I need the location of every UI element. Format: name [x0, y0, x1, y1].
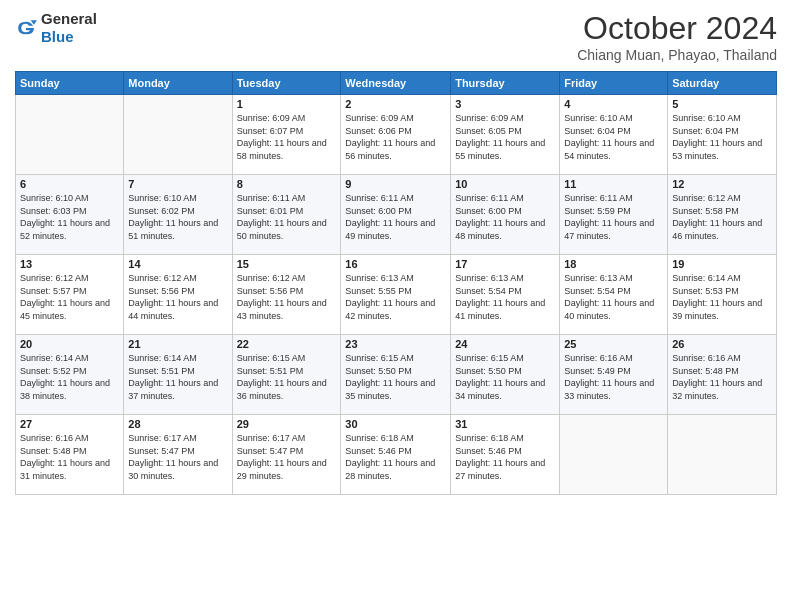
logo: General Blue — [15, 10, 97, 46]
weekday-header-sunday: Sunday — [16, 72, 124, 95]
day-info: Sunrise: 6:10 AM Sunset: 6:02 PM Dayligh… — [128, 192, 227, 242]
calendar-header: SundayMondayTuesdayWednesdayThursdayFrid… — [16, 72, 777, 95]
day-number: 10 — [455, 178, 555, 190]
calendar-cell: 25Sunrise: 6:16 AM Sunset: 5:49 PM Dayli… — [560, 335, 668, 415]
calendar-cell: 29Sunrise: 6:17 AM Sunset: 5:47 PM Dayli… — [232, 415, 341, 495]
calendar-cell: 28Sunrise: 6:17 AM Sunset: 5:47 PM Dayli… — [124, 415, 232, 495]
calendar-cell — [560, 415, 668, 495]
calendar-cell: 16Sunrise: 6:13 AM Sunset: 5:55 PM Dayli… — [341, 255, 451, 335]
logo-blue: Blue — [41, 28, 74, 45]
day-info: Sunrise: 6:16 AM Sunset: 5:49 PM Dayligh… — [564, 352, 663, 402]
day-number: 14 — [128, 258, 227, 270]
day-info: Sunrise: 6:09 AM Sunset: 6:06 PM Dayligh… — [345, 112, 446, 162]
day-number: 8 — [237, 178, 337, 190]
week-row-5: 27Sunrise: 6:16 AM Sunset: 5:48 PM Dayli… — [16, 415, 777, 495]
day-number: 2 — [345, 98, 446, 110]
day-number: 29 — [237, 418, 337, 430]
calendar-cell: 17Sunrise: 6:13 AM Sunset: 5:54 PM Dayli… — [451, 255, 560, 335]
calendar-cell: 6Sunrise: 6:10 AM Sunset: 6:03 PM Daylig… — [16, 175, 124, 255]
day-info: Sunrise: 6:17 AM Sunset: 5:47 PM Dayligh… — [237, 432, 337, 482]
day-number: 19 — [672, 258, 772, 270]
day-info: Sunrise: 6:11 AM Sunset: 6:01 PM Dayligh… — [237, 192, 337, 242]
day-info: Sunrise: 6:12 AM Sunset: 5:56 PM Dayligh… — [237, 272, 337, 322]
day-info: Sunrise: 6:14 AM Sunset: 5:52 PM Dayligh… — [20, 352, 119, 402]
day-info: Sunrise: 6:16 AM Sunset: 5:48 PM Dayligh… — [20, 432, 119, 482]
week-row-2: 6Sunrise: 6:10 AM Sunset: 6:03 PM Daylig… — [16, 175, 777, 255]
header: General Blue October 2024 Chiang Muan, P… — [15, 10, 777, 63]
day-info: Sunrise: 6:18 AM Sunset: 5:46 PM Dayligh… — [455, 432, 555, 482]
day-info: Sunrise: 6:18 AM Sunset: 5:46 PM Dayligh… — [345, 432, 446, 482]
day-number: 3 — [455, 98, 555, 110]
day-number: 22 — [237, 338, 337, 350]
calendar-cell: 8Sunrise: 6:11 AM Sunset: 6:01 PM Daylig… — [232, 175, 341, 255]
calendar-cell: 30Sunrise: 6:18 AM Sunset: 5:46 PM Dayli… — [341, 415, 451, 495]
calendar-cell: 13Sunrise: 6:12 AM Sunset: 5:57 PM Dayli… — [16, 255, 124, 335]
day-number: 17 — [455, 258, 555, 270]
day-number: 26 — [672, 338, 772, 350]
day-info: Sunrise: 6:09 AM Sunset: 6:05 PM Dayligh… — [455, 112, 555, 162]
calendar-cell — [668, 415, 777, 495]
calendar-cell: 27Sunrise: 6:16 AM Sunset: 5:48 PM Dayli… — [16, 415, 124, 495]
calendar-cell: 3Sunrise: 6:09 AM Sunset: 6:05 PM Daylig… — [451, 95, 560, 175]
day-number: 31 — [455, 418, 555, 430]
calendar-cell: 15Sunrise: 6:12 AM Sunset: 5:56 PM Dayli… — [232, 255, 341, 335]
day-info: Sunrise: 6:12 AM Sunset: 5:56 PM Dayligh… — [128, 272, 227, 322]
day-number: 4 — [564, 98, 663, 110]
day-number: 28 — [128, 418, 227, 430]
day-number: 5 — [672, 98, 772, 110]
day-info: Sunrise: 6:10 AM Sunset: 6:04 PM Dayligh… — [564, 112, 663, 162]
calendar-cell: 5Sunrise: 6:10 AM Sunset: 6:04 PM Daylig… — [668, 95, 777, 175]
calendar-table: SundayMondayTuesdayWednesdayThursdayFrid… — [15, 71, 777, 495]
weekday-header-saturday: Saturday — [668, 72, 777, 95]
calendar-cell: 4Sunrise: 6:10 AM Sunset: 6:04 PM Daylig… — [560, 95, 668, 175]
day-info: Sunrise: 6:09 AM Sunset: 6:07 PM Dayligh… — [237, 112, 337, 162]
day-number: 21 — [128, 338, 227, 350]
calendar-cell: 24Sunrise: 6:15 AM Sunset: 5:50 PM Dayli… — [451, 335, 560, 415]
calendar-cell: 21Sunrise: 6:14 AM Sunset: 5:51 PM Dayli… — [124, 335, 232, 415]
week-row-4: 20Sunrise: 6:14 AM Sunset: 5:52 PM Dayli… — [16, 335, 777, 415]
day-info: Sunrise: 6:11 AM Sunset: 6:00 PM Dayligh… — [455, 192, 555, 242]
calendar-cell — [124, 95, 232, 175]
day-info: Sunrise: 6:11 AM Sunset: 6:00 PM Dayligh… — [345, 192, 446, 242]
day-number: 20 — [20, 338, 119, 350]
day-number: 7 — [128, 178, 227, 190]
calendar-cell — [16, 95, 124, 175]
day-number: 25 — [564, 338, 663, 350]
weekday-header-tuesday: Tuesday — [232, 72, 341, 95]
week-row-1: 1Sunrise: 6:09 AM Sunset: 6:07 PM Daylig… — [16, 95, 777, 175]
day-number: 24 — [455, 338, 555, 350]
day-number: 18 — [564, 258, 663, 270]
day-number: 9 — [345, 178, 446, 190]
month-title: October 2024 — [577, 10, 777, 47]
day-number: 6 — [20, 178, 119, 190]
day-info: Sunrise: 6:10 AM Sunset: 6:04 PM Dayligh… — [672, 112, 772, 162]
day-info: Sunrise: 6:10 AM Sunset: 6:03 PM Dayligh… — [20, 192, 119, 242]
calendar-cell: 11Sunrise: 6:11 AM Sunset: 5:59 PM Dayli… — [560, 175, 668, 255]
day-number: 23 — [345, 338, 446, 350]
location-subtitle: Chiang Muan, Phayao, Thailand — [577, 47, 777, 63]
calendar-cell: 19Sunrise: 6:14 AM Sunset: 5:53 PM Dayli… — [668, 255, 777, 335]
calendar-cell: 22Sunrise: 6:15 AM Sunset: 5:51 PM Dayli… — [232, 335, 341, 415]
day-info: Sunrise: 6:12 AM Sunset: 5:57 PM Dayligh… — [20, 272, 119, 322]
weekday-header-row: SundayMondayTuesdayWednesdayThursdayFrid… — [16, 72, 777, 95]
day-info: Sunrise: 6:17 AM Sunset: 5:47 PM Dayligh… — [128, 432, 227, 482]
weekday-header-wednesday: Wednesday — [341, 72, 451, 95]
calendar-cell: 31Sunrise: 6:18 AM Sunset: 5:46 PM Dayli… — [451, 415, 560, 495]
page: General Blue October 2024 Chiang Muan, P… — [0, 0, 792, 612]
day-info: Sunrise: 6:14 AM Sunset: 5:53 PM Dayligh… — [672, 272, 772, 322]
day-info: Sunrise: 6:13 AM Sunset: 5:54 PM Dayligh… — [564, 272, 663, 322]
day-number: 15 — [237, 258, 337, 270]
calendar-cell: 9Sunrise: 6:11 AM Sunset: 6:00 PM Daylig… — [341, 175, 451, 255]
logo-icon — [15, 17, 37, 39]
day-number: 27 — [20, 418, 119, 430]
calendar-body: 1Sunrise: 6:09 AM Sunset: 6:07 PM Daylig… — [16, 95, 777, 495]
week-row-3: 13Sunrise: 6:12 AM Sunset: 5:57 PM Dayli… — [16, 255, 777, 335]
calendar-cell: 26Sunrise: 6:16 AM Sunset: 5:48 PM Dayli… — [668, 335, 777, 415]
calendar-cell: 18Sunrise: 6:13 AM Sunset: 5:54 PM Dayli… — [560, 255, 668, 335]
calendar-cell: 7Sunrise: 6:10 AM Sunset: 6:02 PM Daylig… — [124, 175, 232, 255]
day-number: 11 — [564, 178, 663, 190]
calendar-cell: 12Sunrise: 6:12 AM Sunset: 5:58 PM Dayli… — [668, 175, 777, 255]
day-info: Sunrise: 6:15 AM Sunset: 5:50 PM Dayligh… — [345, 352, 446, 402]
day-number: 12 — [672, 178, 772, 190]
calendar-cell: 14Sunrise: 6:12 AM Sunset: 5:56 PM Dayli… — [124, 255, 232, 335]
